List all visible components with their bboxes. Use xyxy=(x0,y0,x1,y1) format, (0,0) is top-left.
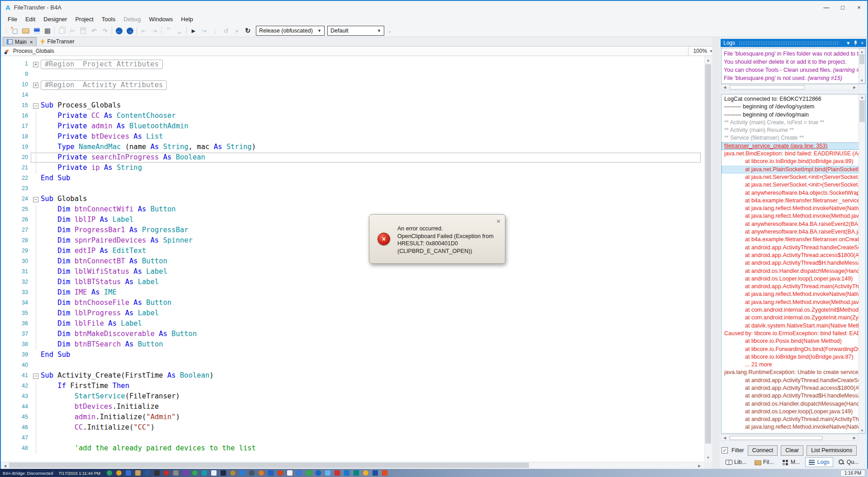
code-line[interactable]: Dim edtIP As EditText xyxy=(41,247,146,255)
logcat-line[interactable]: at java.net.PlainSocketImpl.bind(PlainSo… xyxy=(722,166,865,173)
list-permissions-button[interactable]: List Permissions xyxy=(807,445,857,456)
fold-expand-icon[interactable]: + xyxy=(33,62,38,67)
logcat-line[interactable]: at java.lang.reflect.Method.invokeNative… xyxy=(722,423,865,431)
taskbar-app-icon[interactable] xyxy=(192,470,198,476)
scroll-down-arrow[interactable]: ▼ xyxy=(859,78,864,83)
toolbar-overflow-icon[interactable]: ⌄ xyxy=(388,28,392,33)
menu-item-tools[interactable]: Tools xyxy=(98,14,119,24)
close-tab-icon[interactable]: × xyxy=(30,39,33,45)
taskbar-app-icon[interactable] xyxy=(135,470,141,476)
back-icon[interactable] xyxy=(113,26,124,36)
taskbar-app-icon[interactable] xyxy=(116,470,122,476)
code-line[interactable]: Dim lblWifiStatus As Label xyxy=(41,267,167,276)
code-line[interactable]: Dim lblIP As Label xyxy=(41,215,133,224)
taskbar-app-icon[interactable] xyxy=(230,470,236,476)
logcat-line[interactable]: at java.lang.reflect.Method.invoke(Metho… xyxy=(722,299,865,306)
filter-checkbox[interactable]: ✓ xyxy=(722,447,728,454)
logcat-line[interactable]: at libcore.io.Posix.bind(Native Method) xyxy=(722,337,865,345)
panel-splitter[interactable] xyxy=(712,37,720,469)
logcat-vscroll-thumb[interactable] xyxy=(859,100,865,122)
scroll-left-arrow[interactable]: ◀ xyxy=(2,463,8,468)
taskbar-app-icon[interactable] xyxy=(164,470,169,476)
menu-item-project[interactable]: Project xyxy=(71,14,97,24)
taskbar-app-icon[interactable] xyxy=(211,470,217,476)
panel-tab-lib[interactable]: Lib... xyxy=(722,458,750,467)
scroll-right-arrow[interactable]: ▶ xyxy=(852,435,857,440)
pin-icon[interactable] xyxy=(854,40,858,46)
taskbar-app-icon[interactable] xyxy=(173,470,179,476)
taskbar-app-icon[interactable] xyxy=(335,470,340,476)
tab-main[interactable]: Main× xyxy=(3,37,37,46)
code-line[interactable]: Private btDevices As List xyxy=(41,132,163,140)
close-button[interactable]: × xyxy=(851,1,867,14)
logcat-line[interactable]: at android.app.ActivityThread$H.handleMe… xyxy=(722,392,865,400)
taskbar-app-icon[interactable] xyxy=(221,470,226,476)
taskbar-app-icon[interactable] xyxy=(268,470,274,476)
open-icon[interactable] xyxy=(20,26,31,36)
code-line[interactable]: Private searchInProgress As Boolean xyxy=(41,153,205,161)
logcat-line[interactable]: java.lang.RuntimeException: Unable to cr… xyxy=(722,369,865,376)
logcat-line[interactable]: at android.app.ActivityThread.access$180… xyxy=(722,384,865,392)
logcat-line[interactable]: at android.os.Handler.dispatchMessage(Ha… xyxy=(722,400,865,408)
taskbar-app-icon[interactable] xyxy=(126,470,131,476)
editor-vscroll-thumb[interactable] xyxy=(705,64,711,444)
warnings-vertical-scrollbar[interactable]: ▲ ▼ xyxy=(859,48,865,84)
editor-zoom-control[interactable]: 100% ▼ xyxy=(688,47,713,56)
logcat-line[interactable]: at anywheresoftware.b4a.objects.SocketWr… xyxy=(722,189,865,197)
code-line[interactable]: End Sub xyxy=(41,351,70,359)
save-icon[interactable] xyxy=(31,26,42,36)
logcat-line[interactable]: ** Service (filetranser) Create ** xyxy=(722,134,865,142)
chevron-down-icon[interactable]: ▼ xyxy=(846,41,850,46)
taskbar-app-icon[interactable] xyxy=(287,470,292,476)
code-line[interactable]: Private ip As String xyxy=(41,164,142,172)
logcat-line[interactable]: at java.lang.reflect.Method.invokeNative… xyxy=(722,205,865,212)
clear-button[interactable]: Clear xyxy=(781,445,803,456)
logcat-line[interactable]: at android.app.ActivityThread$H.handleMe… xyxy=(722,259,865,267)
fold-collapse-icon[interactable]: − xyxy=(33,374,38,379)
taskbar-app-icon[interactable] xyxy=(373,470,378,476)
current-sub-label[interactable]: Process_Globals xyxy=(13,48,54,54)
tab-filetranser[interactable]: FileTranser xyxy=(37,37,78,46)
code-line[interactable]: If FirstTime Then xyxy=(41,382,129,390)
run-icon[interactable] xyxy=(188,26,199,36)
scroll-left-arrow[interactable]: ◀ xyxy=(722,85,727,89)
scroll-up-arrow[interactable]: ▲ xyxy=(859,49,864,54)
taskbar-app-icon[interactable] xyxy=(316,470,321,476)
logcat-line[interactable]: at android.os.Handler.dispatchMessage(Ha… xyxy=(722,267,865,275)
menu-item-file[interactable]: File xyxy=(4,14,21,24)
code-editor[interactable]: 1+#Region Project Attributes910+#Region … xyxy=(1,56,704,462)
logcat-line[interactable]: at libcore.io.ForwardingOs.bind(Forwardi… xyxy=(722,346,865,353)
taskbar-app-icon[interactable] xyxy=(249,470,255,476)
code-line[interactable]: Dim lblBTStatus As Label xyxy=(41,278,159,286)
code-line[interactable]: Sub Process_Globals xyxy=(41,101,121,109)
logcat-line[interactable]: ... 21 more xyxy=(722,361,865,369)
warnings-hscroll-thumb[interactable] xyxy=(730,85,805,89)
code-line[interactable]: Dim btnChooseFile As Button xyxy=(41,299,171,307)
logcat-line[interactable]: java.net.BindException: bind failed: EAD… xyxy=(722,150,865,158)
logcat-line[interactable]: at android.app.ActivityThread.main(Activ… xyxy=(722,416,865,423)
taskbar-app-icon[interactable] xyxy=(183,470,188,476)
logcat-line[interactable]: at dalvik.system.NativeStart.main(Native… xyxy=(722,322,865,330)
scroll-left-arrow[interactable]: ◀ xyxy=(722,435,727,440)
logcat-hscroll-thumb[interactable] xyxy=(730,436,822,440)
code-region-line[interactable]: #Region Activity Attributes xyxy=(41,80,167,90)
forward-icon[interactable] xyxy=(124,26,135,36)
close-icon[interactable]: × xyxy=(861,41,863,46)
logcat-horizontal-scrollbar[interactable]: ◀ ▶ xyxy=(721,435,858,441)
scroll-right-arrow[interactable]: ▶ xyxy=(852,85,857,89)
panel-tab-qu[interactable]: Qu... xyxy=(835,458,862,467)
rebuild-icon[interactable] xyxy=(242,26,253,36)
logcat-line[interactable]: filetranser_service_create (java line: 3… xyxy=(722,142,865,150)
minimize-button[interactable]: — xyxy=(818,1,835,14)
code-line[interactable]: Dim btnBTSearch As Button xyxy=(41,340,163,348)
logcat-line[interactable]: at android.os.Looper.loop(Looper.java:14… xyxy=(722,408,865,416)
taskbar-app-icon[interactable] xyxy=(363,470,368,476)
logcat-line[interactable]: at android.app.ActivityThread.handleCrea… xyxy=(722,244,865,252)
logcat-line[interactable]: LogCat connected to: E6OKCY212866 xyxy=(722,95,865,103)
logcat-line[interactable]: at android.app.ActivityThread.main(Activ… xyxy=(722,283,865,290)
panel-tab-logs[interactable]: Logs xyxy=(805,457,833,467)
fold-expand-icon[interactable]: + xyxy=(33,83,38,88)
logcat-line[interactable]: at anywheresoftware.b4a.BA.raiseEvent2(B… xyxy=(722,220,865,228)
logcat-line[interactable]: at java.lang.reflect.Method.invokeNative… xyxy=(722,290,865,298)
taskbar-app-icon[interactable] xyxy=(354,470,359,476)
